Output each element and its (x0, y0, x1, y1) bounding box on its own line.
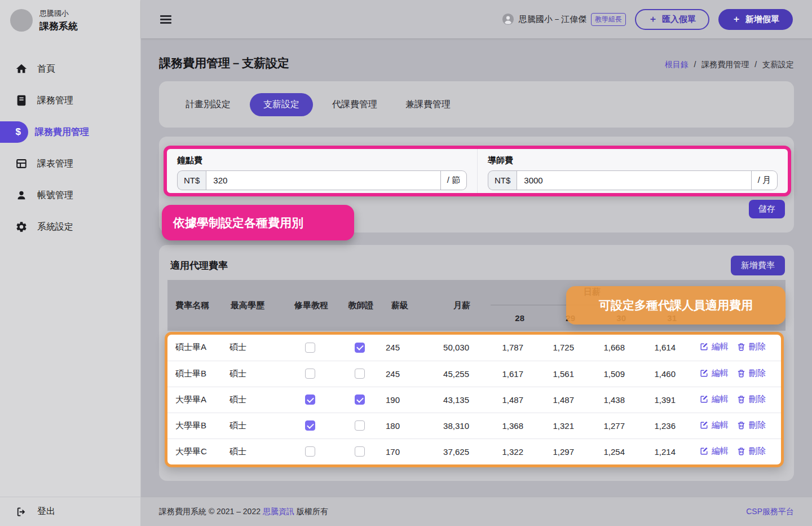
delete-link[interactable]: 刪除 (736, 420, 766, 431)
edit-link[interactable]: 編輯 (699, 420, 729, 431)
currency-prefix: NT$ (488, 170, 517, 190)
course-completed-checkbox[interactable] (305, 343, 315, 353)
rate-name: 碩士畢A (167, 335, 230, 361)
daily-29: 1,487 (540, 387, 591, 413)
trash-icon (736, 420, 746, 430)
rate-degree: 碩士 (230, 439, 276, 464)
menu-toggle-icon[interactable] (160, 15, 171, 24)
sidebar-item-course-fee-management[interactable]: $ 課務費用管理 (0, 121, 140, 143)
trash-icon (736, 446, 746, 456)
tutor-fee-input[interactable] (517, 170, 751, 190)
teacher-cert-checkbox[interactable] (355, 394, 365, 405)
daily-29: 1,725 (540, 335, 591, 361)
delete-link[interactable]: 刪除 (736, 341, 766, 352)
hourly-fee-field: 鐘點費 NT$ / 節 (167, 149, 477, 193)
tab-substitute-fee[interactable]: 代課費管理 (323, 93, 386, 116)
breadcrumb-root-link[interactable]: 根目錄 (665, 60, 689, 69)
sidebar-item-account-management[interactable]: 帳號管理 (0, 184, 140, 207)
logout-button[interactable]: 登出 (0, 497, 140, 526)
rates-table-body: 碩士畢A 碩士 245 50,030 1,787 1,725 1,668 1,6… (167, 335, 781, 464)
breadcrumb-item: 支薪設定 (762, 60, 794, 69)
col-rate-name: 費率名稱 (167, 280, 231, 331)
daily-31: 1,391 (642, 387, 692, 413)
daily-28: 1,487 (489, 387, 540, 413)
sidebar-item-timetable-management[interactable]: 課表管理 (0, 152, 140, 175)
col-teacher-cert: 教師證 (345, 280, 377, 331)
import-leave-button[interactable]: ＋ 匯入假單 (635, 9, 709, 30)
copyright-suffix: 版權所有 (297, 507, 328, 517)
sidebar-item-course-management[interactable]: 課務管理 (0, 89, 140, 112)
col-degree: 最高學歷 (231, 280, 277, 331)
content: 課務費用管理－支薪設定 根目錄 / 課務費用管理 / 支薪設定 計畫別設定 支薪… (141, 38, 812, 497)
tab-plan-settings[interactable]: 計畫別設定 (176, 93, 240, 116)
edit-link[interactable]: 編輯 (699, 446, 729, 457)
course-completed-checkbox[interactable] (305, 446, 315, 457)
book-icon (15, 94, 28, 107)
col-day-28: 28 (491, 305, 541, 331)
save-button[interactable]: 儲存 (749, 200, 785, 218)
daily-31: 1,236 (642, 413, 692, 439)
sidebar-item-label: 課務費用管理 (35, 126, 89, 138)
trash-icon (736, 394, 746, 404)
trash-icon (736, 369, 746, 378)
fee-settings-card: 鐘點費 NT$ / 節 導師費 NT$ / 月 (159, 137, 794, 233)
system-name: 課務系統 (39, 20, 78, 33)
delete-link[interactable]: 刪除 (736, 446, 766, 457)
hourly-fee-input[interactable] (206, 170, 440, 190)
daily-30: 1,277 (591, 413, 642, 439)
tab-salary-settings[interactable]: 支薪設定 (250, 93, 313, 116)
school-logo-avatar (10, 9, 33, 32)
settings-tabs: 計畫別設定 支薪設定 代課費管理 兼課費管理 (159, 81, 794, 128)
edit-link[interactable]: 編輯 (699, 368, 729, 379)
role-badge: 教學組長 (591, 13, 626, 26)
logout-icon (16, 506, 27, 518)
course-completed-checkbox[interactable] (305, 369, 315, 379)
footer: 課務費用系統 © 2021 – 2022 思騰資訊 版權所有 CSP服務平台 (141, 497, 812, 526)
salary-grade: 245 (376, 335, 422, 361)
per-period-suffix: / 節 (441, 170, 467, 190)
daily-30: 1,509 (591, 361, 642, 387)
monthly-salary: 50,030 (422, 335, 489, 361)
tutor-fee-label: 導師費 (488, 155, 778, 166)
daily-28: 1,368 (489, 413, 540, 439)
teacher-cert-checkbox[interactable] (355, 420, 365, 431)
gear-icon (15, 220, 28, 234)
delete-link[interactable]: 刪除 (736, 394, 766, 405)
breadcrumb: 根目錄 / 課務費用管理 / 支薪設定 (665, 60, 794, 70)
user-chip: 思騰國小－江偉傑 教學組長 (502, 13, 626, 26)
fee-fields-highlight: 鐘點費 NT$ / 節 導師費 NT$ / 月 (164, 146, 791, 196)
tab-parttime-fee[interactable]: 兼課費管理 (396, 93, 460, 116)
edit-link[interactable]: 編輯 (699, 341, 729, 352)
teacher-cert-checkbox[interactable] (355, 343, 365, 353)
sidebar-item-label: 課表管理 (37, 158, 73, 170)
table-row: 碩士畢A 碩士 245 50,030 1,787 1,725 1,668 1,6… (167, 335, 781, 361)
monthly-salary: 37,625 (422, 439, 489, 464)
edit-icon (699, 342, 709, 352)
teacher-cert-checkbox[interactable] (355, 369, 365, 379)
teacher-cert-checkbox[interactable] (355, 446, 365, 457)
daily-30: 1,254 (591, 439, 642, 464)
csp-platform-link[interactable]: CSP服務平台 (746, 507, 794, 517)
page-title: 課務費用管理－支薪設定 (159, 55, 289, 71)
daily-29: 1,561 (540, 361, 591, 387)
salary-grade: 170 (376, 439, 422, 464)
app-logo: 思騰國小 課務系統 (0, 0, 140, 41)
rate-name: 大學畢C (167, 439, 230, 464)
create-leave-button[interactable]: ＋ 新增假單 (718, 9, 793, 30)
app-window: 思騰國小 課務系統 首頁 課務管理 $ 課務費用管理 (0, 0, 812, 526)
school-name: 思騰國小 (39, 8, 78, 19)
sidebar-item-system-settings[interactable]: 系統設定 (0, 216, 140, 238)
edit-link[interactable]: 編輯 (699, 394, 729, 405)
delete-link[interactable]: 刪除 (736, 368, 766, 379)
sidebar-item-label: 課務管理 (37, 95, 73, 107)
daily-28: 1,787 (489, 335, 540, 361)
edit-icon (699, 420, 709, 430)
user-avatar-icon (502, 13, 514, 25)
course-completed-checkbox[interactable] (305, 394, 315, 405)
add-rate-button[interactable]: 新增費率 (731, 256, 785, 275)
sidebar-item-home[interactable]: 首頁 (0, 58, 140, 80)
rates-table-highlight: 碩士畢A 碩士 245 50,030 1,787 1,725 1,668 1,6… (165, 332, 784, 467)
vendor-link[interactable]: 思騰資訊 (263, 507, 294, 517)
rate-name: 大學畢B (167, 413, 230, 439)
course-completed-checkbox[interactable] (305, 420, 315, 431)
